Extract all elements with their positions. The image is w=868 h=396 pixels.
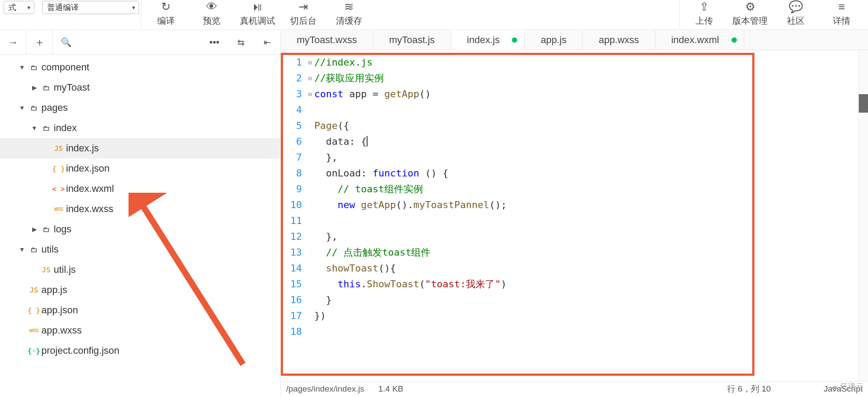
- search-button[interactable]: 🔍: [53, 30, 79, 54]
- code-line[interactable]: new getApp().myToastPannel();: [314, 197, 858, 213]
- chevron-right-icon: ▶: [30, 226, 39, 233]
- minimap-thumb[interactable]: [859, 94, 868, 113]
- file-index.wxss[interactable]: WXSSindex.wxss: [0, 199, 280, 219]
- code-line[interactable]: //index.js: [314, 55, 858, 70]
- tab-myToast.js[interactable]: myToast.js: [373, 30, 451, 50]
- folder-component[interactable]: ▼🗀component: [0, 57, 280, 77]
- fold-gutter: ⊟⊟⊟: [305, 50, 314, 381]
- separator: [141, 0, 141, 28]
- code-line[interactable]: }): [314, 308, 858, 324]
- wxml-icon: < >: [51, 185, 66, 193]
- code-editor[interactable]: 123456789101112131415161718 ⊟⊟⊟ //index.…: [281, 50, 868, 381]
- action-详情[interactable]: ≡详情: [820, 0, 863, 27]
- action-清缓存[interactable]: ≋清缓存: [328, 0, 370, 27]
- action-真机调试[interactable]: ⏯真机调试: [236, 0, 279, 27]
- new-file-button[interactable]: ＋: [26, 30, 53, 54]
- folder-myToast[interactable]: ▶🗀myToast: [0, 77, 280, 98]
- chevron-right-icon: ▶: [30, 84, 39, 91]
- file-label: index: [54, 122, 77, 134]
- code-line[interactable]: },: [314, 229, 858, 245]
- code-line[interactable]: [314, 213, 858, 229]
- code-line[interactable]: // toast组件实例: [314, 181, 858, 197]
- file-label: index.json: [66, 163, 110, 174]
- file-label: logs: [54, 224, 71, 235]
- folder-logs[interactable]: ▶🗀logs: [0, 219, 280, 239]
- code-line[interactable]: const app = getApp(): [314, 86, 858, 102]
- code-line[interactable]: },: [314, 150, 858, 165]
- more-icon[interactable]: •••: [201, 30, 228, 54]
- toolbar-icon: 👁: [206, 0, 217, 13]
- file-app.json[interactable]: { }app.json: [0, 300, 280, 320]
- folder-index[interactable]: ▼🗀index: [0, 118, 280, 138]
- line-number: 1: [281, 55, 305, 70]
- toolbar-label: 清缓存: [336, 15, 362, 27]
- tab-myToast.wxss[interactable]: myToast.wxss: [281, 30, 373, 50]
- code-line[interactable]: data: {: [314, 134, 858, 150]
- file-app.js[interactable]: JSapp.js: [0, 280, 280, 300]
- code-line[interactable]: this.ShowToast("toast:我来了"): [314, 276, 858, 292]
- code-line[interactable]: //获取应用实例: [314, 70, 858, 86]
- fold-indicator[interactable]: ⊟: [305, 70, 314, 86]
- line-number: 15: [281, 276, 305, 292]
- code-line[interactable]: onLoad: function () {: [314, 165, 858, 181]
- code-line[interactable]: // 点击触发toast组件: [314, 245, 858, 260]
- code-line[interactable]: }: [314, 292, 858, 308]
- code-content[interactable]: //index.js//获取应用实例const app = getApp() P…: [314, 50, 858, 381]
- line-number: 18: [281, 324, 305, 340]
- folder-pages[interactable]: ▼🗀pages: [0, 98, 280, 118]
- toolbar-icon: ↻: [161, 0, 171, 13]
- toolbar-label: 切后台: [290, 15, 316, 27]
- action-预览[interactable]: 👁预览: [191, 0, 233, 27]
- action-社区[interactable]: 💬社区: [775, 0, 817, 27]
- tab-index.wxml[interactable]: index.wxml: [655, 30, 744, 50]
- toolbar-icon: ⚙: [745, 0, 755, 13]
- file-label: index.js: [66, 143, 99, 154]
- toolbar-label: 真机调试: [240, 15, 275, 27]
- cfg-icon: {◦}: [26, 347, 41, 355]
- action-切后台[interactable]: ⇥切后台: [282, 0, 324, 27]
- file-label: app.json: [41, 304, 78, 316]
- file-index.json[interactable]: { }index.json: [0, 158, 280, 179]
- fold-indicator[interactable]: ⊟: [305, 86, 314, 102]
- compile-mode-label: 普通编译: [47, 2, 79, 13]
- file-app.wxss[interactable]: WXSSapp.wxss: [0, 320, 280, 341]
- code-line[interactable]: [314, 102, 858, 118]
- js-icon: JS: [26, 286, 41, 294]
- line-number: 3: [281, 86, 305, 102]
- tab-app.js[interactable]: app.js: [525, 30, 583, 50]
- file-util.js[interactable]: JSutil.js: [0, 260, 280, 280]
- file-label: myToast: [54, 82, 90, 93]
- action-版本管理[interactable]: ⚙版本管理: [729, 0, 771, 27]
- tab-index.js[interactable]: index.js: [451, 30, 525, 50]
- line-number: 8: [281, 165, 305, 181]
- code-line[interactable]: showToast(){: [314, 260, 858, 276]
- file-index.wxml[interactable]: < >index.wxml: [0, 179, 280, 199]
- code-line[interactable]: [314, 324, 858, 340]
- file-project.config.json[interactable]: {◦}project.config.json: [0, 341, 280, 361]
- file-label: utils: [41, 244, 59, 255]
- toolbar-icon: ⇥: [298, 0, 308, 13]
- outdent-icon[interactable]: ⇤: [254, 30, 280, 54]
- code-line[interactable]: Page({: [314, 118, 858, 134]
- fold-indicator[interactable]: ⊟: [305, 55, 314, 70]
- line-number: 12: [281, 229, 305, 245]
- folder-utils[interactable]: ▼🗀utils: [0, 239, 280, 260]
- expand-right-icon[interactable]: →: [0, 30, 26, 54]
- cursor-position: 行 6，列 10: [727, 383, 771, 395]
- mode-dropdown[interactable]: 式 ▾: [4, 1, 34, 14]
- tab-app.wxss[interactable]: app.wxss: [583, 30, 655, 50]
- compile-mode-dropdown[interactable]: 普通编译 ▾: [42, 1, 139, 14]
- file-label: index.wxml: [66, 183, 114, 194]
- action-编译[interactable]: ↻编译: [145, 0, 187, 27]
- json-icon: { }: [51, 165, 66, 173]
- action-上传[interactable]: ⇪上传: [683, 0, 725, 27]
- file-index.js[interactable]: JSindex.js: [0, 138, 280, 158]
- separator: [679, 0, 680, 28]
- line-number: 2: [281, 70, 305, 86]
- collapse-icon[interactable]: ⇆: [228, 30, 254, 54]
- minimap[interactable]: [858, 50, 868, 381]
- toolbar-label: 详情: [833, 15, 850, 27]
- chevron-down-icon: ▾: [132, 4, 135, 11]
- json-icon: { }: [26, 306, 41, 315]
- file-size: 1.4 KB: [378, 384, 403, 394]
